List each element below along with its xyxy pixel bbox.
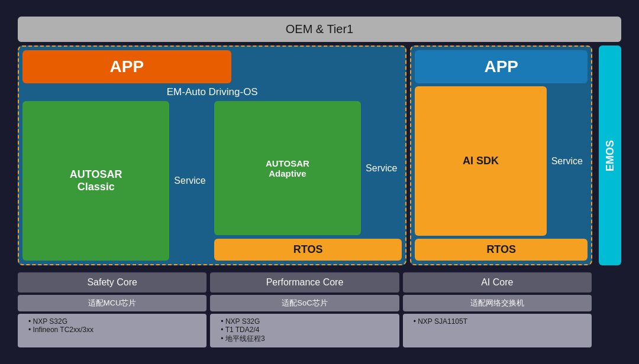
autosar-adaptive-line1: AUTOSAR bbox=[266, 158, 309, 168]
autosar-classic-line1: AUTOSAR bbox=[70, 168, 122, 181]
app-bar-right: APP bbox=[415, 50, 588, 83]
safety-core-sub-header: 适配MCU芯片 bbox=[18, 295, 206, 311]
performance-core-col: Performance Core 适配SoC芯片 NXP S32G T1 TDA… bbox=[210, 272, 399, 347]
performance-core-sub-header: 适配SoC芯片 bbox=[210, 295, 399, 311]
service-label-1: Service bbox=[169, 101, 210, 261]
safety-core-content: NXP S32G Infineon TC2xx/3xx bbox=[18, 314, 206, 347]
service-label-3: Service bbox=[547, 86, 588, 236]
list-item: T1 TDA2/4 bbox=[221, 326, 393, 334]
list-item: NXP S32G bbox=[28, 317, 201, 326]
ai-core-col: AI Core 适配网络交换机 NXP SJA1105T bbox=[403, 272, 592, 347]
diagram-wrapper: OEM & Tier1 APP EM-Auto Driving-OS bbox=[18, 17, 621, 347]
app-bar-left: APP bbox=[22, 50, 231, 83]
ai-sdk-label: AI SDK bbox=[463, 155, 499, 167]
safety-core-list: NXP S32G Infineon TC2xx/3xx bbox=[24, 317, 201, 334]
performance-core-content: NXP S32G T1 TDA2/4 地平线征程3 bbox=[210, 314, 399, 347]
autosar-classic-box: AUTOSAR Classic bbox=[22, 101, 169, 261]
ai-core-content: NXP SJA1105T bbox=[403, 314, 592, 347]
right-dashed-section: APP AI SDK Service RTOS bbox=[410, 46, 592, 265]
list-item: 地平线征程3 bbox=[221, 334, 393, 344]
ai-core-header: AI Core bbox=[403, 272, 592, 292]
em-auto-title: EM-Auto Driving-OS bbox=[22, 86, 402, 98]
app-right-label: APP bbox=[484, 57, 518, 76]
safety-core-col: Safety Core 适配MCU芯片 NXP S32G Infineon TC… bbox=[18, 272, 206, 347]
rtos-bar-2: RTOS bbox=[415, 239, 588, 261]
rtos-bar-1: RTOS bbox=[214, 239, 402, 261]
service-label-2: Service bbox=[361, 101, 402, 235]
autosar-adaptive-line2: Adaptive bbox=[266, 168, 309, 178]
diagram-container: OEM & Tier1 APP EM-Auto Driving-OS bbox=[12, 11, 627, 353]
oem-row: OEM & Tier1 bbox=[18, 17, 621, 42]
oem-label: OEM & Tier1 bbox=[286, 22, 353, 35]
emos-bar: EMOS bbox=[599, 46, 621, 265]
emos-spacer bbox=[595, 272, 621, 347]
ai-core-list: NXP SJA1105T bbox=[409, 317, 586, 326]
performance-core-list: NXP S32G T1 TDA2/4 地平线征程3 bbox=[216, 317, 393, 344]
emos-label: EMOS bbox=[604, 140, 617, 171]
autosar-adaptive-box: AUTOSAR Adaptive bbox=[214, 101, 361, 235]
cores-section: Safety Core 适配MCU芯片 NXP S32G Infineon TC… bbox=[18, 272, 621, 347]
safety-core-header: Safety Core bbox=[18, 272, 206, 292]
list-item: NXP S32G bbox=[221, 317, 393, 326]
list-item: NXP SJA1105T bbox=[414, 317, 586, 326]
left-dashed-section: APP EM-Auto Driving-OS AUTOSAR bbox=[18, 46, 406, 265]
ai-sdk-box: AI SDK bbox=[415, 86, 546, 236]
app-left-label: APP bbox=[110, 57, 144, 76]
autosar-classic-line2: Classic bbox=[70, 181, 122, 193]
performance-core-header: Performance Core bbox=[210, 272, 399, 292]
ai-core-sub-header: 适配网络交换机 bbox=[403, 295, 592, 311]
list-item: Infineon TC2xx/3xx bbox=[28, 326, 201, 334]
